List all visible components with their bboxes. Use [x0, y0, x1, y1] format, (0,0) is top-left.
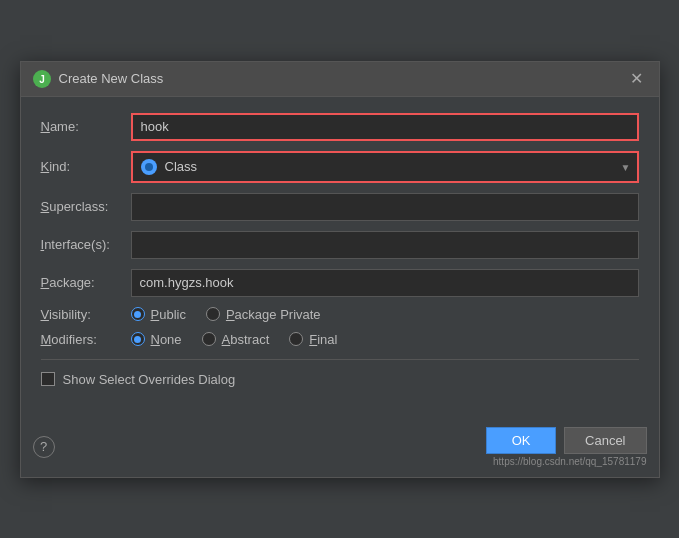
package-input[interactable] [131, 269, 639, 297]
name-label: Name: [41, 119, 131, 134]
visibility-public-label: Public [151, 307, 186, 322]
modifier-final-radio[interactable] [289, 332, 303, 346]
footer-right: OK Cancel https://blog.csdn.net/qq_15781… [486, 427, 646, 467]
interfaces-row: Interface(s): [41, 231, 639, 259]
title-bar-left: J Create New Class [33, 70, 164, 88]
cancel-button[interactable]: Cancel [564, 427, 646, 454]
svg-text:J: J [39, 74, 45, 85]
overrides-checkbox-label: Show Select Overrides Dialog [63, 372, 236, 387]
dropdown-arrow-icon: ▼ [621, 161, 631, 172]
help-button[interactable]: ? [33, 436, 55, 458]
modifiers-label: Modifiers: [41, 332, 131, 347]
name-input[interactable] [131, 113, 639, 141]
dialog-title: Create New Class [59, 71, 164, 86]
radio-inner-dot-none [134, 336, 141, 343]
interfaces-input[interactable] [131, 231, 639, 259]
ok-button[interactable]: OK [486, 427, 556, 454]
footer: ? OK Cancel https://blog.csdn.net/qq_157… [21, 419, 659, 477]
overrides-checkbox[interactable] [41, 372, 55, 386]
title-bar: J Create New Class ✕ [21, 62, 659, 97]
interfaces-label: Interface(s): [41, 237, 131, 252]
kind-value: Class [165, 159, 629, 174]
footer-url: https://blog.csdn.net/qq_15781179 [493, 456, 646, 467]
modifiers-radio-group: None Abstract Final [131, 332, 639, 347]
visibility-package-label: Package Private [226, 307, 321, 322]
create-class-dialog: J Create New Class ✕ Name: Kind: Class ▼ [20, 61, 660, 478]
kind-label: Kind: [41, 159, 131, 174]
modifier-final-label: Final [309, 332, 337, 347]
name-row: Name: [41, 113, 639, 141]
kind-icon [141, 159, 157, 175]
divider [41, 359, 639, 360]
visibility-public-option[interactable]: Public [131, 307, 186, 322]
superclass-label: Superclass: [41, 199, 131, 214]
dialog-body: Name: Kind: Class ▼ Superclass: Interfac… [21, 97, 659, 419]
package-row: Package: [41, 269, 639, 297]
visibility-row: Visibility: Public Package Private [41, 307, 639, 322]
visibility-label: Visibility: [41, 307, 131, 322]
radio-inner-dot [134, 311, 141, 318]
close-button[interactable]: ✕ [626, 71, 647, 87]
modifiers-row: Modifiers: None Abstract Final [41, 332, 639, 347]
kind-row: Kind: Class ▼ [41, 151, 639, 183]
modifier-none-option[interactable]: None [131, 332, 182, 347]
modifier-none-radio[interactable] [131, 332, 145, 346]
visibility-public-radio[interactable] [131, 307, 145, 321]
modifier-final-option[interactable]: Final [289, 332, 337, 347]
app-icon: J [33, 70, 51, 88]
visibility-package-private-option[interactable]: Package Private [206, 307, 321, 322]
checkbox-row: Show Select Overrides Dialog [41, 372, 639, 387]
superclass-input[interactable] [131, 193, 639, 221]
modifier-abstract-option[interactable]: Abstract [202, 332, 270, 347]
visibility-package-radio[interactable] [206, 307, 220, 321]
modifier-abstract-label: Abstract [222, 332, 270, 347]
modifier-abstract-radio[interactable] [202, 332, 216, 346]
superclass-row: Superclass: [41, 193, 639, 221]
kind-select-wrapper[interactable]: Class ▼ [131, 151, 639, 183]
visibility-radio-group: Public Package Private [131, 307, 639, 322]
modifier-none-label: None [151, 332, 182, 347]
kind-select[interactable]: Class ▼ [133, 153, 637, 181]
package-label: Package: [41, 275, 131, 290]
footer-buttons: OK Cancel [486, 427, 646, 454]
